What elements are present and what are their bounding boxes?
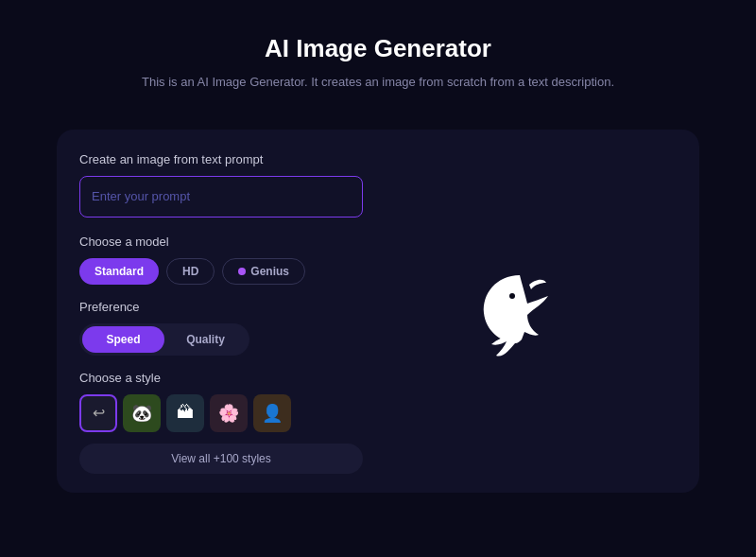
style-default-thumb[interactable]: ↩ (79, 394, 117, 432)
prompt-label: Create an image from text prompt (79, 152, 363, 166)
style-landscape-thumb[interactable]: 🏔 (166, 394, 204, 432)
page-subtitle: This is an AI Image Generator. It create… (142, 73, 614, 92)
genius-dot-icon (238, 268, 246, 275)
main-card: Create an image from text prompt Choose … (57, 130, 699, 493)
style-thumbnails: ↩ 🐼 🏔 🌸 👤 (79, 394, 363, 432)
model-label: Choose a model (79, 235, 363, 249)
dolphin-logo-icon (463, 256, 576, 370)
pref-speed-button[interactable]: Speed (82, 326, 164, 353)
pref-quality-button[interactable]: Quality (164, 326, 247, 353)
header: AI Image Generator This is an AI Image G… (123, 0, 633, 111)
model-genius-button[interactable]: Genius (222, 258, 305, 285)
preference-label: Preference (79, 300, 363, 314)
style-label: Choose a style (79, 371, 363, 385)
right-panel (363, 152, 677, 474)
style-portrait-thumb[interactable]: 👤 (253, 394, 291, 432)
view-all-styles-button[interactable]: View all +100 styles (79, 444, 363, 474)
preference-toggle: Speed Quality (79, 323, 249, 356)
style-fantasy-thumb[interactable]: 🌸 (210, 394, 248, 432)
prompt-input[interactable] (79, 176, 363, 218)
svg-point-1 (509, 293, 515, 299)
style-panda-thumb[interactable]: 🐼 (123, 394, 161, 432)
model-hd-button[interactable]: HD (166, 258, 215, 285)
svg-rect-0 (507, 321, 514, 328)
left-panel: Create an image from text prompt Choose … (79, 152, 363, 474)
model-standard-button[interactable]: Standard (79, 258, 159, 285)
model-buttons: Standard HD Genius (79, 258, 363, 285)
page-title: AI Image Generator (142, 34, 614, 63)
